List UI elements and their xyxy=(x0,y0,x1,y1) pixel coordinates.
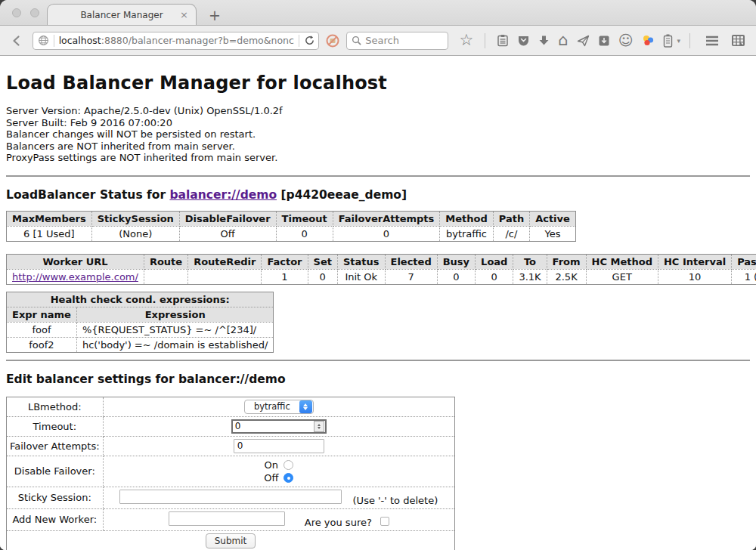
table-header-row: MaxMembers StickySession DisableFailover… xyxy=(7,211,576,226)
health-check-table: Health check cond. expressions: Expr nam… xyxy=(6,292,274,353)
add-worker-input[interactable] xyxy=(169,511,285,526)
chevron-down-icon[interactable]: ▾ xyxy=(677,37,680,45)
toolbar-icons: ☆ ⌂ ☺ ▾ xyxy=(459,32,680,48)
sticky-session-input[interactable] xyxy=(119,490,342,504)
page-content: Load Balancer Manager for localhost Serv… xyxy=(0,56,756,550)
battery-status-icon[interactable] xyxy=(663,34,673,48)
table-row: http://www.example.com/ 1 0 Init Ok 7 0 … xyxy=(7,269,756,284)
back-arrow-icon xyxy=(11,35,23,47)
browser-window: Balancer Manager × + localhost:8880/bala… xyxy=(0,0,756,550)
url-text: localhost:8880/balancer-manager?b=demo&n… xyxy=(59,35,295,46)
new-tab-button[interactable]: + xyxy=(209,8,221,23)
worker-url-link[interactable]: http://www.example.com/ xyxy=(12,271,138,283)
url-divider xyxy=(54,35,54,47)
toolbar-right-group xyxy=(686,33,745,48)
failover-attempts-row: Failover Attempts: 0 xyxy=(7,436,455,456)
add-worker-label: Add New Worker: xyxy=(7,508,104,530)
table-row: foof2 hc('body') =~ /domain is establish… xyxy=(7,337,274,352)
submit-row: Submit xyxy=(7,530,455,550)
failover-on-radio[interactable] xyxy=(284,460,293,470)
reading-list-icon[interactable] xyxy=(497,34,509,47)
sticky-session-row: Sticky Session: (Use '-' to delete) xyxy=(7,487,455,508)
menu-hamburger-icon[interactable] xyxy=(705,36,719,46)
are-you-sure-checkbox[interactable] xyxy=(380,517,389,526)
timeout-label: Timeout: xyxy=(7,416,104,436)
failover-attempts-label: Failover Attempts: xyxy=(7,436,104,456)
note-inherit: Balancers are NOT inherited from main se… xyxy=(6,141,756,153)
add-worker-row: Add New Worker: Are you sure? xyxy=(7,508,455,530)
reload-icon[interactable] xyxy=(304,35,315,46)
search-icon xyxy=(352,36,361,45)
on-label: On xyxy=(265,459,278,471)
tab-title: Balancer Manager xyxy=(80,10,163,20)
url-divider2 xyxy=(299,35,299,47)
note-proxypass: ProxyPass settings are NOT inherited fro… xyxy=(6,152,756,164)
timeout-row: Timeout: 0 xyxy=(7,416,455,436)
lbmethod-select[interactable]: bytraffic xyxy=(244,400,314,414)
chat-smiley-icon[interactable]: ☺ xyxy=(618,33,634,48)
failover-attempts-input[interactable]: 0 xyxy=(234,439,324,453)
lbmethod-label: LBmethod: xyxy=(7,397,104,416)
server-built: Server Built: Feb 9 2016 07:00:20 xyxy=(6,117,756,129)
sticky-session-label: Sticky Session: xyxy=(7,487,104,508)
table-row: 6 [1 Used] (None) Off 0 0 bytraffic /c/ … xyxy=(7,226,576,241)
number-spinner-icon[interactable] xyxy=(314,421,324,432)
send-tab-icon[interactable] xyxy=(577,35,590,47)
back-button[interactable] xyxy=(8,31,26,51)
home-icon[interactable]: ⌂ xyxy=(558,32,568,48)
globe-icon xyxy=(38,35,49,46)
tab-balancer-manager[interactable]: Balancer Manager × xyxy=(47,4,197,25)
balancer-demo-link[interactable]: balancer://demo xyxy=(169,188,277,202)
search-placeholder: Search xyxy=(365,35,399,46)
grid-extension-icon[interactable] xyxy=(731,34,745,47)
select-stepper-icon xyxy=(299,400,312,413)
balancer-status-table: MaxMembers StickySession DisableFailover… xyxy=(6,211,576,242)
table-row: foof %{REQUEST_STATUS} =~ /^[234]/ xyxy=(7,322,274,337)
url-bar[interactable]: localhost:8880/balancer-manager?b=demo&n… xyxy=(33,32,320,50)
disable-failover-row: Disable Failover: On Off xyxy=(7,456,455,487)
section-divider xyxy=(6,175,750,177)
downloads-icon[interactable] xyxy=(538,35,550,47)
minimize-window-button[interactable] xyxy=(30,8,39,17)
pocket-icon[interactable] xyxy=(517,35,530,47)
toolbar-separator2 xyxy=(689,33,690,48)
lbmethod-row: LBmethod: bytraffic xyxy=(7,397,455,416)
edit-balancer-form: LBmethod: bytraffic Timeout: 0 xyxy=(6,397,455,550)
are-you-sure-label: Are you sure? xyxy=(305,517,372,528)
health-header-row: Expr name Expression xyxy=(7,307,274,322)
timeout-input[interactable]: 0 xyxy=(231,419,327,434)
worker-table: Worker URL Route RouteRedir Factor Set S… xyxy=(6,254,756,285)
bookmark-star-icon[interactable]: ☆ xyxy=(459,32,473,48)
loadbalancer-status-heading: LoadBalancer Status for balancer://demo … xyxy=(6,188,756,202)
close-tab-icon[interactable]: × xyxy=(180,9,188,20)
navigation-toolbar: localhost:8880/balancer-manager?b=demo&n… xyxy=(0,26,756,56)
off-label: Off xyxy=(264,471,278,484)
section-divider2 xyxy=(6,360,750,361)
tab-bar: Balancer Manager × + xyxy=(0,0,756,26)
plugin-blocked-icon[interactable] xyxy=(325,33,340,48)
page-title: Load Balancer Manager for localhost xyxy=(6,73,756,94)
sticky-session-hint: (Use '-' to delete) xyxy=(353,495,438,506)
health-title-row: Health check cond. expressions: xyxy=(7,292,274,307)
server-info: Server Version: Apache/2.5.0-dev (Unix) … xyxy=(6,105,756,164)
table-header-row: Worker URL Route RouteRedir Factor Set S… xyxy=(7,254,756,269)
toolbar-separator xyxy=(485,33,485,48)
note-persist: Balancer changes will NOT be persisted o… xyxy=(6,128,756,141)
server-version: Server Version: Apache/2.5.0-dev (Unix) … xyxy=(6,105,756,117)
save-page-icon[interactable] xyxy=(598,35,610,47)
edit-balancer-heading: Edit balancer settings for balancer://de… xyxy=(6,372,756,386)
submit-button[interactable]: Submit xyxy=(206,533,256,548)
failover-off-radio[interactable] xyxy=(284,473,293,483)
search-bar[interactable]: Search xyxy=(346,32,448,50)
close-window-button[interactable] xyxy=(12,8,21,17)
disable-failover-label: Disable Failover: xyxy=(7,456,104,487)
colors-extension-icon[interactable] xyxy=(641,34,655,47)
